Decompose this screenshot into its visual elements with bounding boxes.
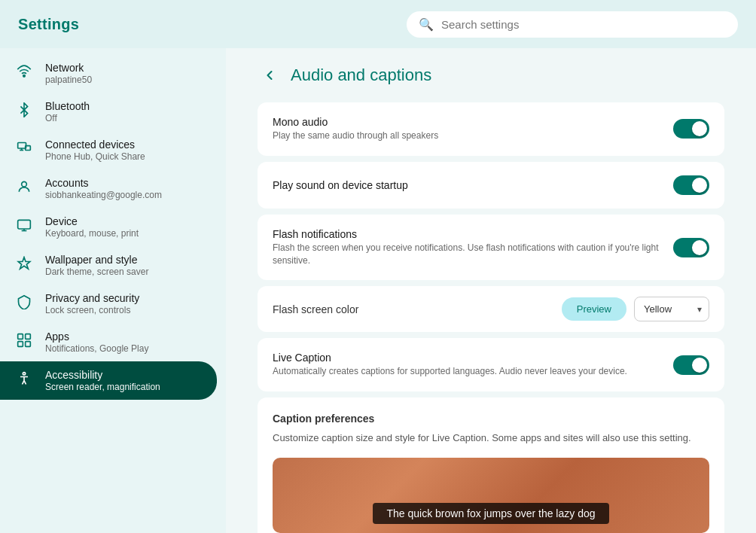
- sidebar-item-accessibility[interactable]: Accessibility Screen reader, magnificati…: [0, 361, 217, 400]
- play-sound-row: Play sound on device startup: [258, 162, 724, 209]
- flash-notifications-toggle[interactable]: [673, 238, 709, 257]
- flash-color-row: Flash screen color Preview YellowRedBlue…: [258, 286, 724, 332]
- caption-preview: The quick brown fox jumps over the lazy …: [273, 458, 709, 533]
- accessibility-icon: [15, 371, 33, 390]
- play-sound-toggle[interactable]: [673, 175, 709, 195]
- sidebar-network-subtitle: palpatine50: [45, 75, 92, 85]
- privacy-icon: [15, 294, 33, 313]
- mono-audio-desc: Play the same audio through all speakers: [273, 129, 661, 142]
- sidebar-accessibility-title: Accessibility: [45, 369, 160, 381]
- svg-point-5: [22, 181, 27, 187]
- page-title: Audio and captions: [291, 65, 431, 85]
- sidebar-privacy-title: Privacy and security: [45, 292, 139, 304]
- live-caption-card: Live Caption Automatically creates capti…: [258, 338, 724, 391]
- search-input[interactable]: [441, 18, 726, 31]
- play-sound-card: Play sound on device startup: [258, 162, 724, 209]
- svg-rect-11: [18, 342, 23, 347]
- content-header: Audio and captions: [258, 63, 724, 87]
- sidebar-apps-title: Apps: [45, 330, 148, 343]
- sidebar-wallpaper-subtitle: Dark theme, screen saver: [45, 266, 148, 277]
- network-icon: [15, 64, 33, 83]
- sidebar-wallpaper-title: Wallpaper and style: [45, 254, 148, 266]
- sidebar-accessibility-subtitle: Screen reader, magnification: [45, 382, 160, 392]
- sidebar-device-title: Device: [45, 215, 139, 227]
- back-button[interactable]: [258, 63, 282, 87]
- wallpaper-icon: [15, 256, 33, 275]
- device-icon: [15, 218, 33, 236]
- sidebar-bluetooth-title: Bluetooth: [45, 100, 90, 112]
- app-title: Settings: [18, 16, 79, 33]
- sidebar-accounts-subtitle: siobhankeating@google.com: [45, 190, 162, 200]
- svg-point-13: [23, 373, 25, 375]
- mono-audio-label: Mono audio: [273, 116, 661, 128]
- main-layout: Network palpatine50 Bluetooth Off Connec…: [0, 48, 756, 533]
- caption-preferences-desc: Customize caption size and style for Liv…: [273, 431, 709, 446]
- svg-rect-12: [26, 342, 31, 347]
- flash-notifications-label: Flash notifications: [273, 228, 661, 240]
- caption-preferences-section: Caption preferences Customize caption si…: [258, 397, 724, 533]
- sidebar-bluetooth-subtitle: Off: [45, 113, 90, 123]
- sidebar-connected-devices-title: Connected devices: [45, 139, 145, 151]
- color-select-wrap: YellowRedBlueGreenWhite: [634, 297, 709, 321]
- svg-rect-9: [18, 334, 23, 340]
- color-select[interactable]: YellowRedBlueGreenWhite: [634, 297, 709, 321]
- flash-notifications-row: Flash notifications Flash the screen whe…: [258, 215, 724, 281]
- live-caption-label: Live Caption: [273, 352, 661, 364]
- search-bar[interactable]: 🔍: [407, 11, 738, 38]
- apps-icon: [15, 333, 33, 352]
- sidebar-apps-subtitle: Notifications, Google Play: [45, 343, 148, 354]
- svg-rect-10: [26, 334, 31, 340]
- search-icon: 🔍: [419, 17, 434, 32]
- sidebar-accounts-title: Accounts: [45, 177, 162, 189]
- topbar: Settings 🔍: [0, 0, 756, 48]
- svg-point-0: [23, 75, 26, 78]
- caption-preview-text: The quick brown fox jumps over the lazy …: [373, 503, 608, 524]
- live-caption-desc: Automatically creates captions for suppo…: [273, 365, 661, 378]
- sidebar-item-privacy[interactable]: Privacy and security Lock screen, contro…: [0, 285, 217, 323]
- sidebar-network-title: Network: [45, 62, 92, 74]
- caption-preview-bg: The quick brown fox jumps over the lazy …: [273, 458, 709, 533]
- accounts-icon: [15, 179, 33, 198]
- live-caption-row: Live Caption Automatically creates capti…: [258, 338, 724, 391]
- mono-audio-row: Mono audio Play the same audio through a…: [258, 102, 724, 156]
- content-area: Audio and captions Mono audio Play the s…: [226, 48, 756, 533]
- play-sound-label: Play sound on device startup: [273, 179, 661, 191]
- svg-rect-6: [18, 220, 31, 229]
- sidebar-privacy-subtitle: Lock screen, controls: [45, 305, 139, 315]
- sidebar-device-subtitle: Keyboard, mouse, print: [45, 228, 139, 239]
- flash-color-label: Flash screen color: [273, 303, 562, 315]
- flash-notifications-desc: Flash the screen when you receive notifi…: [273, 242, 661, 267]
- sidebar-item-apps[interactable]: Apps Notifications, Google Play: [0, 323, 217, 361]
- sidebar-item-device[interactable]: Device Keyboard, mouse, print: [0, 208, 217, 246]
- sidebar-connected-devices-subtitle: Phone Hub, Quick Share: [45, 151, 145, 162]
- sidebar-item-network[interactable]: Network palpatine50: [0, 54, 217, 93]
- sidebar-item-wallpaper[interactable]: Wallpaper and style Dark theme, screen s…: [0, 246, 217, 285]
- bluetooth-icon: [15, 102, 33, 121]
- mono-audio-card: Mono audio Play the same audio through a…: [258, 102, 724, 156]
- sidebar-item-bluetooth[interactable]: Bluetooth Off: [0, 93, 217, 131]
- live-caption-toggle[interactable]: [673, 355, 709, 375]
- mono-audio-toggle[interactable]: [673, 119, 709, 139]
- preview-button[interactable]: Preview: [562, 297, 626, 321]
- flash-notifications-card: Flash notifications Flash the screen whe…: [258, 215, 724, 281]
- sidebar-item-connected-devices[interactable]: Connected devices Phone Hub, Quick Share: [0, 131, 217, 169]
- sidebar: Network palpatine50 Bluetooth Off Connec…: [0, 48, 226, 533]
- caption-preferences-title: Caption preferences: [273, 413, 709, 425]
- connected-devices-icon: [15, 141, 33, 160]
- sidebar-item-accounts[interactable]: Accounts siobhankeating@google.com: [0, 169, 217, 208]
